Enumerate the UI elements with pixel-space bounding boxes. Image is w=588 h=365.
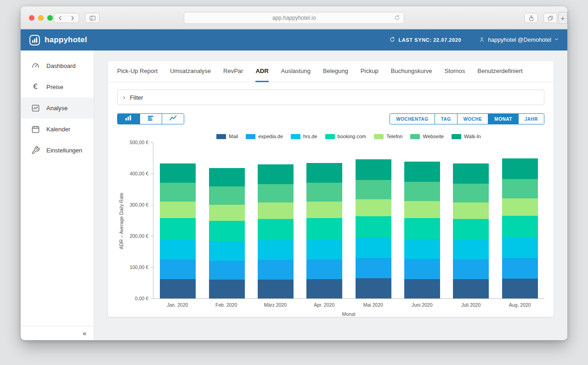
sidebar-item-kalender[interactable]: Kalender (21, 118, 94, 140)
bar-segment-booking-com[interactable] (160, 218, 196, 239)
bar-segment-walk-in[interactable] (356, 159, 391, 180)
bar-mai-2020[interactable] (356, 159, 391, 298)
legend-item-mail[interactable]: Mail (216, 134, 238, 139)
bar-juni-2020[interactable] (404, 162, 440, 298)
bar-segment-webseite[interactable] (306, 183, 342, 202)
legend-item-telefon[interactable]: Telefon (374, 134, 402, 139)
bar-segment-mail[interactable] (160, 279, 196, 298)
sidebar-collapse-button[interactable]: « (21, 326, 94, 340)
chart-type-button-stacked-rows[interactable] (140, 114, 162, 124)
bar-segment-telefon[interactable] (453, 202, 489, 219)
bar-apr-2020[interactable] (306, 163, 342, 298)
bar-segment-hrs-de[interactable] (502, 237, 538, 258)
bar-segment-expedia-de[interactable] (404, 259, 440, 279)
bar-segment-hrs-de[interactable] (160, 240, 196, 260)
bar-segment-hrs-de[interactable] (209, 241, 245, 261)
bar-segment-walk-in[interactable] (502, 158, 538, 180)
zoom-window-button[interactable] (47, 15, 53, 21)
bar-segment-webseite[interactable] (453, 184, 489, 202)
bar-segment-hrs-de[interactable] (404, 239, 440, 259)
bar-segment-walk-in[interactable] (209, 168, 245, 186)
tab-stornos[interactable]: Stornos (444, 61, 465, 82)
bar-segment-expedia-de[interactable] (453, 259, 489, 279)
bar-segment-walk-in[interactable] (453, 163, 489, 184)
bar-juli-2020[interactable] (453, 163, 489, 298)
tab-overview-button[interactable] (543, 13, 557, 23)
legend-item-hrs-de[interactable]: hrs.de (291, 134, 317, 139)
forward-button[interactable] (66, 13, 79, 23)
bar-segment-booking-com[interactable] (453, 219, 489, 240)
bar-segment-telefon[interactable] (356, 199, 391, 216)
bar-segment-telefon[interactable] (209, 205, 245, 221)
back-button[interactable] (54, 13, 67, 23)
bar-segment-mail[interactable] (502, 279, 538, 298)
tab-pick-up-report[interactable]: Pick-Up Report (117, 61, 158, 82)
tab-belegung[interactable]: Belegung (323, 61, 348, 82)
filter-bar[interactable]: › Filter (117, 90, 544, 105)
bar-segment-mail[interactable] (306, 279, 342, 298)
bar-segment-hrs-de[interactable] (306, 240, 342, 260)
bar-segment-telefon[interactable] (502, 198, 538, 215)
sidebar-item-analyse[interactable]: Analyse (21, 97, 94, 118)
sidebar-toggle-button[interactable] (85, 13, 100, 23)
sidebar-item-preise[interactable]: €Preise (21, 76, 94, 97)
bar-segment-booking-com[interactable] (404, 218, 440, 239)
bar-segment-walk-in[interactable] (160, 163, 196, 183)
sidebar-item-dashboard[interactable]: Dashboard (21, 55, 94, 76)
tab-adr[interactable]: ADR (255, 61, 268, 82)
tab-benutzerdefiniert[interactable]: Benutzerdefiniert (477, 61, 522, 82)
bar-segment-hrs-de[interactable] (453, 240, 489, 259)
bar-segment-walk-in[interactable] (306, 163, 342, 183)
minimize-window-button[interactable] (38, 15, 44, 21)
bar-segment-booking-com[interactable] (502, 216, 538, 238)
bar-segment-webseite[interactable] (160, 183, 196, 202)
bar-segment-webseite[interactable] (209, 186, 245, 205)
tab-buchungskurve[interactable]: Buchungskurve (391, 61, 432, 82)
bar-segment-expedia-de[interactable] (160, 259, 196, 279)
tab-revpar[interactable]: RevPar (223, 61, 243, 82)
bar-segment-mail[interactable] (404, 279, 440, 298)
bar-segment-webseite[interactable] (404, 182, 440, 201)
bar-segment-expedia-de[interactable] (356, 258, 391, 278)
bar-segment-telefon[interactable] (258, 202, 294, 219)
bar-segment-telefon[interactable] (306, 202, 342, 219)
granularity-button-jahr[interactable]: JAHR (518, 114, 544, 124)
new-tab-button[interactable]: + (558, 12, 567, 24)
close-window-button[interactable] (29, 15, 34, 21)
bar-segment-walk-in[interactable] (258, 164, 294, 184)
bar-segment-webseite[interactable] (356, 180, 391, 199)
bar-segment-hrs-de[interactable] (258, 240, 294, 260)
bar-segment-webseite[interactable] (258, 184, 294, 203)
chart-type-button-bar-chart[interactable] (118, 114, 140, 124)
share-button[interactable] (524, 13, 538, 23)
bar-segment-expedia-de[interactable] (502, 258, 538, 279)
bar-segment-mail[interactable] (356, 278, 391, 298)
url-bar[interactable]: app.happyhotel.io (184, 12, 404, 24)
bar-märz-2020[interactable] (258, 164, 294, 298)
bar-segment-telefon[interactable] (160, 202, 196, 218)
tab-umsatzanalyse[interactable]: Umsatzanalyse (170, 61, 211, 82)
bar-segment-expedia-de[interactable] (209, 261, 245, 280)
sidebar-item-einstellungen[interactable]: Einstellungen (21, 140, 94, 161)
granularity-button-woche[interactable]: WOCHE (457, 114, 488, 124)
legend-item-walk-in[interactable]: Walk-In (452, 134, 481, 139)
legend-item-booking-com[interactable]: booking.com (325, 134, 366, 139)
bar-segment-mail[interactable] (209, 280, 245, 298)
granularity-button-monat[interactable]: MONAT (488, 114, 518, 124)
tab-pickup[interactable]: Pickup (361, 61, 379, 82)
bar-segment-booking-com[interactable] (306, 218, 342, 239)
bar-segment-walk-in[interactable] (404, 162, 440, 182)
bar-feb-2020[interactable] (209, 168, 245, 298)
chart-type-button-line-chart[interactable] (162, 114, 184, 124)
bar-segment-booking-com[interactable] (209, 221, 245, 241)
tab-auslastung[interactable]: Auslastung (281, 61, 311, 82)
bar-segment-hrs-de[interactable] (356, 238, 391, 258)
bar-segment-booking-com[interactable] (258, 219, 294, 240)
reload-icon[interactable] (394, 14, 401, 22)
bar-segment-expedia-de[interactable] (306, 259, 342, 279)
legend-item-expedia-de[interactable]: expedia.de (246, 134, 283, 139)
bar-segment-expedia-de[interactable] (258, 260, 294, 280)
granularity-button-tag[interactable]: TAG (435, 114, 457, 124)
bar-jan-2020[interactable] (160, 163, 196, 298)
bar-segment-telefon[interactable] (404, 201, 440, 218)
